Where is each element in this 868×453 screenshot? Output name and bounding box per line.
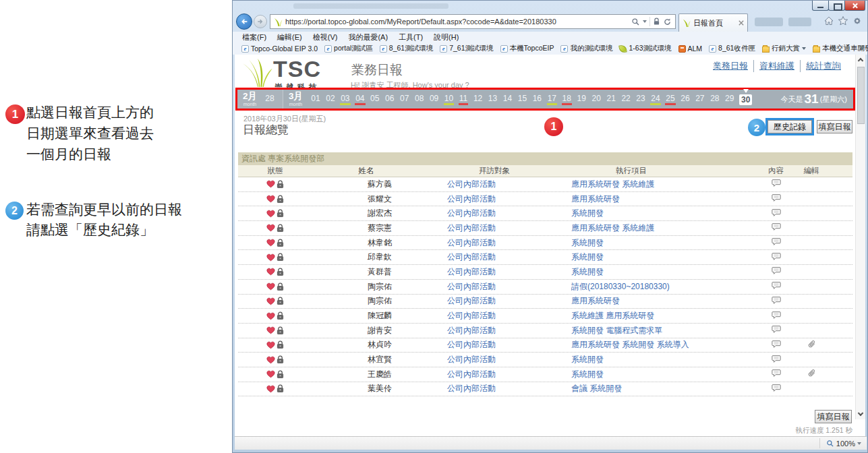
calendar-day[interactable]: 14 (502, 93, 513, 105)
calendar-day[interactable]: 20 (591, 93, 602, 105)
title-bar[interactable] (233, 1, 867, 11)
calendar-day[interactable]: 04 (355, 93, 365, 105)
visit-target-link[interactable]: 公司內部活動 (447, 326, 496, 335)
fill-report-button-top[interactable]: 填寫日報 (817, 120, 852, 133)
back-button[interactable] (236, 13, 252, 30)
visit-target-link[interactable]: 公司內部活動 (447, 179, 496, 189)
zoom-control[interactable]: 100% (819, 438, 861, 448)
calendar-day[interactable]: 16 (532, 93, 542, 105)
calendar-day[interactable]: 19 (577, 93, 587, 105)
calendar-day[interactable]: 28 (264, 93, 274, 105)
scroll-up-icon[interactable] (858, 58, 863, 63)
favorite-item[interactable]: 1-63測試環境 (619, 44, 671, 53)
minimize-button[interactable] (812, 1, 829, 11)
calendar-day[interactable]: 07 (399, 93, 409, 105)
favorite-item[interactable]: 本機TopcoEIP (500, 44, 554, 53)
calendar-day[interactable]: 09 (429, 93, 439, 105)
favorite-item[interactable]: 8_61測試環境 (380, 44, 433, 53)
calendar-day[interactable]: 15 (517, 93, 527, 105)
calendar-day[interactable]: 06 (384, 93, 395, 105)
favorite-item[interactable]: 行銷大賞 (762, 44, 806, 53)
work-items-link[interactable]: 系統開發 (571, 369, 604, 379)
comment-bubble-icon[interactable] (772, 369, 781, 378)
calendar-day[interactable]: 23 (635, 93, 645, 105)
attachment-paperclip-icon[interactable] (807, 369, 816, 378)
comment-bubble-icon[interactable] (772, 340, 781, 349)
maximize-button[interactable] (828, 1, 845, 11)
visit-target-link[interactable]: 公司內部活動 (447, 311, 496, 320)
fill-report-button-bottom[interactable]: 填寫日報 (815, 410, 852, 423)
comment-bubble-icon[interactable] (772, 222, 781, 231)
work-items-link[interactable]: 系統開發 (571, 252, 604, 262)
calendar-day[interactable]: 26 (680, 93, 690, 105)
favorite-item[interactable]: Topco-Global EIP 3.0 (241, 44, 318, 53)
comment-bubble-icon[interactable] (772, 281, 781, 290)
favorite-item[interactable]: ALM (678, 44, 703, 53)
work-items-link[interactable]: 應用系統研發 (571, 296, 620, 305)
favorite-item[interactable]: 我的測試環境 (560, 44, 612, 53)
work-items-link[interactable]: 系統開發 電腦程式需求單 (571, 326, 662, 335)
comment-bubble-icon[interactable] (772, 311, 781, 320)
comment-bubble-icon[interactable] (772, 179, 781, 187)
menu-item[interactable]: 說明(H) (428, 32, 464, 42)
visit-target-link[interactable]: 公司內部活動 (447, 369, 496, 379)
lock-security-icon[interactable] (653, 18, 660, 26)
search-dropdown-icon[interactable] (643, 20, 647, 25)
comment-bubble-icon[interactable] (772, 325, 781, 334)
calendar-day[interactable]: 18 (562, 93, 572, 105)
comment-bubble-icon[interactable] (772, 252, 781, 261)
comment-bubble-icon[interactable] (772, 296, 781, 305)
overflow-chevron-icon[interactable]: » (860, 43, 864, 51)
menu-item[interactable]: 檔案(F) (237, 32, 272, 42)
search-icon[interactable] (631, 18, 640, 26)
favorites-star-icon[interactable] (838, 16, 848, 26)
comment-bubble-icon[interactable] (772, 266, 781, 275)
work-items-link[interactable]: 系統維護 應用系統研發 (571, 311, 654, 320)
work-items-link[interactable]: 會議 系統開發 (571, 384, 622, 393)
calendar-day[interactable]: 29 (724, 93, 734, 105)
calendar-day[interactable]: 28 (710, 93, 720, 105)
visit-target-link[interactable]: 公司內部活動 (447, 223, 496, 233)
work-items-link[interactable]: 應用系統研發 系統維護 (571, 179, 654, 189)
menu-item[interactable]: 編輯(E) (272, 32, 308, 42)
visit-target-link[interactable]: 公司內部活動 (447, 208, 496, 218)
calendar-day[interactable]: 25 (665, 93, 675, 105)
visit-target-link[interactable]: 公司內部活動 (447, 340, 496, 349)
scrollbar-thumb[interactable] (857, 67, 865, 124)
browser-tab[interactable]: 日報首頁 (678, 13, 748, 32)
calendar-day[interactable]: 21 (606, 93, 616, 105)
comment-bubble-icon[interactable] (772, 193, 781, 202)
scroll-down-icon[interactable] (858, 411, 863, 416)
menu-item[interactable]: 工具(T) (393, 32, 428, 42)
tab-close-icon[interactable] (739, 20, 744, 26)
calendar-day[interactable]: 11 (459, 93, 468, 105)
visit-target-link[interactable]: 公司內部活動 (447, 384, 496, 393)
calendar-day[interactable]: 10 (444, 93, 454, 105)
calendar-day[interactable]: 24 (650, 93, 660, 105)
calendar-day[interactable]: 17 (547, 93, 557, 105)
app-nav-link[interactable]: 統計查詢 (800, 60, 846, 72)
calendar-day[interactable]: 08 (414, 93, 424, 105)
close-button[interactable] (844, 1, 865, 11)
visit-target-link[interactable]: 公司內部活動 (447, 238, 496, 247)
settings-gear-icon[interactable] (852, 16, 863, 26)
work-items-link[interactable]: 系統開發 (571, 267, 604, 276)
comment-bubble-icon[interactable] (772, 384, 781, 392)
calendar-day[interactable]: 01 (310, 93, 320, 105)
visit-target-link[interactable]: 公司內部活動 (447, 267, 496, 276)
menu-item[interactable]: 檢視(V) (308, 32, 343, 42)
work-items-link[interactable]: 請假(20180330~20180330) (571, 282, 670, 291)
work-items-link[interactable]: 系統開發 (571, 355, 604, 364)
calendar-day[interactable]: 02 (325, 93, 335, 105)
calendar-day[interactable]: 03 (340, 93, 350, 105)
favorite-item[interactable]: 7_61測試環境 (440, 44, 493, 53)
calendar-day[interactable]: 30 (739, 94, 752, 105)
address-bar[interactable]: https://portal.topco-global.com/MyReport… (270, 14, 676, 29)
refresh-icon[interactable] (663, 18, 672, 26)
calendar-day[interactable]: 12 (473, 93, 483, 105)
visit-target-link[interactable]: 公司內部活動 (447, 252, 496, 262)
attachment-paperclip-icon[interactable] (807, 340, 816, 349)
calendar-day[interactable]: 13 (488, 93, 498, 105)
app-nav-link[interactable]: 業務日報 (707, 60, 753, 72)
comment-bubble-icon[interactable] (772, 355, 781, 363)
